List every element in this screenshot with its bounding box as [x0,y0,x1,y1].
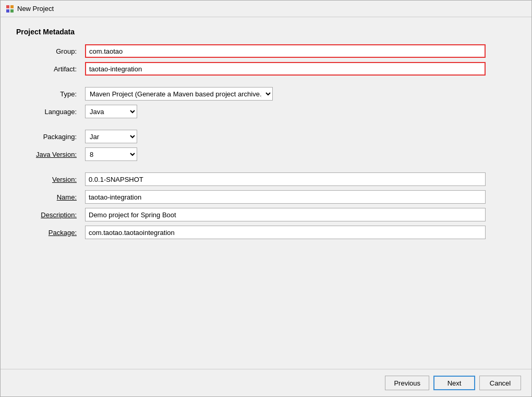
java-version-select[interactable]: 8 11 17 [85,147,137,161]
footer: Previous Next Cancel [1,369,531,396]
group-label: Group: [16,47,79,55]
svg-rect-2 [6,9,9,13]
java-version-container: 8 11 17 [85,147,486,161]
next-button[interactable]: Next [433,376,475,390]
artifact-input[interactable] [85,62,486,76]
main-content: Project Metadata Group: Artifact: Type: … [1,17,531,369]
description-label: Description: [16,211,79,219]
version-input[interactable] [85,172,486,186]
package-input[interactable] [85,226,486,239]
spacer-3 [16,122,79,126]
type-select[interactable]: Maven Project (Generate a Maven based pr… [85,87,273,101]
language-label: Language: [16,108,79,116]
spacer-4 [85,122,486,126]
spacer-2 [85,80,486,83]
section-title: Project Metadata [16,28,516,36]
type-container: Maven Project (Generate a Maven based pr… [85,87,486,101]
svg-rect-0 [6,5,9,8]
packaging-label: Packaging: [16,133,79,141]
app-icon [6,5,14,13]
language-select[interactable]: Java Kotlin Groovy [85,105,137,118]
type-label: Type: [16,90,79,98]
packaging-container: Jar War [85,130,486,143]
java-version-label: Java Version: [16,151,79,158]
spacer-6 [85,165,486,168]
new-project-window: New Project Project Metadata Group: Arti… [0,0,532,397]
svg-rect-3 [10,9,14,13]
form-grid: Group: Artifact: Type: Maven Project (Ge… [16,44,486,239]
spacer-5 [16,165,79,168]
packaging-select[interactable]: Jar War [85,130,137,143]
spacer-1 [16,80,79,83]
version-label: Version: [16,176,79,183]
name-input[interactable] [85,190,486,204]
title-bar: New Project [1,1,531,17]
group-input[interactable] [85,44,486,58]
language-container: Java Kotlin Groovy [85,105,486,118]
cancel-button[interactable]: Cancel [479,376,521,390]
svg-rect-1 [10,5,14,8]
name-label: Name: [16,193,79,201]
artifact-label: Artifact: [16,65,79,73]
description-input[interactable] [85,208,486,221]
window-title: New Project [17,5,54,13]
previous-button[interactable]: Previous [385,376,429,390]
package-label: Package: [16,229,79,237]
